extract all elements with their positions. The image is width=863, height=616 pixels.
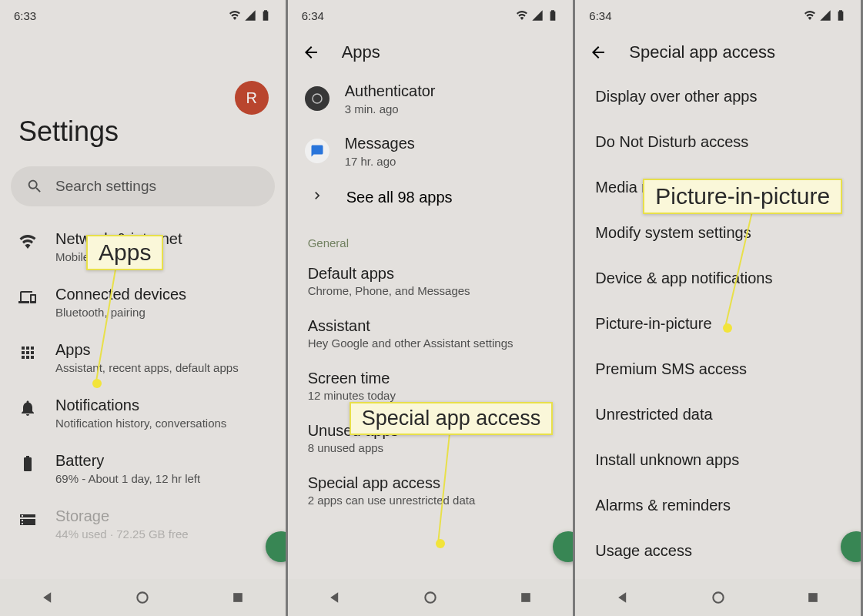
back-button[interactable] [297,38,325,66]
callout-label: Apps [86,235,163,270]
item-subtitle: 69% - About 1 day, 12 hr left [55,472,200,485]
status-bar: 6:33 [0,0,286,31]
app-title: Messages [345,134,415,153]
back-button[interactable] [584,38,612,66]
row-alarms-reminders[interactable]: Alarms & reminders [575,483,861,528]
row-default-apps[interactable]: Default apps Chrome, Phone, and Messages [288,256,574,308]
status-bar: 6:34 [575,0,861,31]
chevron-right-icon [309,188,325,207]
item-subtitle: Assistant, recent apps, default apps [55,361,239,374]
status-icons [804,9,847,22]
item-title: Connected devices [55,285,186,304]
wifi-icon [229,9,241,22]
callout-dot [92,379,102,388]
wifi-icon [516,9,528,22]
item-subtitle: Bluetooth, pairing [55,306,186,319]
settings-item-connected-devices[interactable]: Connected devices Bluetooth, pairing [0,274,286,330]
svg-point-3 [313,94,322,103]
app-subtitle: 17 hr. ago [345,155,415,168]
row-title: Assistant [308,317,554,335]
row-assistant[interactable]: Assistant Hey Google and other Assistant… [288,308,574,360]
settings-item-apps[interactable]: Apps Assistant, recent apps, default app… [0,330,286,385]
nav-recent-icon[interactable] [230,590,246,605]
apps-icon [18,343,37,362]
settings-home-screen: 6:33 R Settings Search settings Network … [0,0,288,616]
app-title: Authenticator [345,82,436,101]
authenticator-icon [305,86,329,111]
status-icons [229,9,272,22]
see-all-label: See all 98 apps [346,189,453,206]
callout-label: Special app access [350,402,554,435]
callout-label: Picture-in-picture [643,179,842,214]
row-special-app-access[interactable]: Special app access 2 apps can use unrest… [288,465,574,517]
settings-item-storage[interactable]: Storage 44% used · 72.25 GB free [0,496,286,551]
callout-dot [436,539,445,548]
row-title: Special app access [308,474,554,492]
nav-home-icon[interactable] [711,590,726,605]
wifi-icon [804,9,816,22]
status-bar: 6:34 [288,0,574,31]
page-title: Settings [0,116,286,148]
signal-icon [531,9,544,22]
messages-icon [305,139,329,163]
battery-icon [547,9,559,22]
recent-app-authenticator[interactable]: Authenticator 3 min. ago [288,74,574,126]
row-display-over[interactable]: Display over other apps [575,74,861,119]
item-title: Notifications [55,396,226,415]
app-bar: Apps [288,31,574,74]
nav-recent-icon[interactable] [805,590,821,605]
status-icons [516,9,559,22]
row-unrestricted-data[interactable]: Unrestricted data [575,392,861,437]
nav-home-icon[interactable] [423,590,438,605]
floating-action-button[interactable] [553,531,575,562]
page-title: Apps [342,42,380,62]
item-subtitle: Notification history, conversations [55,417,226,430]
nav-home-icon[interactable] [135,590,150,605]
item-title: Storage [55,507,189,526]
special-access-list: Display over other apps Do Not Disturb a… [575,74,861,574]
settings-item-battery[interactable]: Battery 69% - About 1 day, 12 hr left [0,440,286,496]
settings-item-notifications[interactable]: Notifications Notification history, conv… [0,385,286,440]
clock: 6:33 [14,9,36,22]
profile-avatar[interactable]: R [235,81,269,115]
section-header-general: General [288,223,574,256]
clock: 6:34 [589,9,611,22]
floating-action-button[interactable] [266,531,288,562]
row-subtitle: 8 unused apps [308,441,554,454]
nav-bar [288,579,574,616]
nav-bar [0,579,286,616]
row-install-unknown[interactable]: Install unknown apps [575,437,861,483]
row-device-notifications[interactable]: Device & app notifications [575,256,861,301]
nav-back-icon[interactable] [327,590,343,605]
apps-screen: 6:34 Apps Authenticator 3 min. ago Messa… [288,0,576,616]
signal-icon [244,9,256,22]
row-premium-sms[interactable]: Premium SMS access [575,346,861,392]
item-title: Apps [55,340,239,360]
see-all-apps[interactable]: See all 98 apps [288,179,574,223]
row-subtitle: 12 minutes today [308,389,554,402]
row-usage-access[interactable]: Usage access [575,528,861,574]
special-app-access-screen: 6:34 Special app access Display over oth… [575,0,863,616]
row-modify-system[interactable]: Modify system settings [575,210,861,256]
app-bar: Special app access [575,31,861,74]
row-title: Default apps [308,265,554,283]
battery-icon [18,454,37,473]
row-subtitle: Chrome, Phone, and Messages [308,284,554,297]
battery-icon [259,9,272,22]
nav-back-icon[interactable] [615,590,631,605]
battery-icon [835,9,847,22]
item-title: Battery [55,451,200,470]
row-subtitle: 2 apps can use unrestricted data [308,494,554,507]
page-title: Special app access [629,42,775,62]
row-dnd-access[interactable]: Do Not Disturb access [575,119,861,165]
search-settings-input[interactable]: Search settings [11,166,275,206]
row-picture-in-picture[interactable]: Picture-in-picture [575,301,861,346]
bell-icon [18,399,37,417]
nav-recent-icon[interactable] [518,590,534,605]
row-subtitle: Hey Google and other Assistant settings [308,336,554,350]
nav-bar [575,579,861,616]
nav-back-icon[interactable] [40,590,55,605]
recent-app-messages[interactable]: Messages 17 hr. ago [288,126,574,179]
storage-icon [18,510,37,528]
item-subtitle: 44% used · 72.25 GB free [55,527,189,541]
